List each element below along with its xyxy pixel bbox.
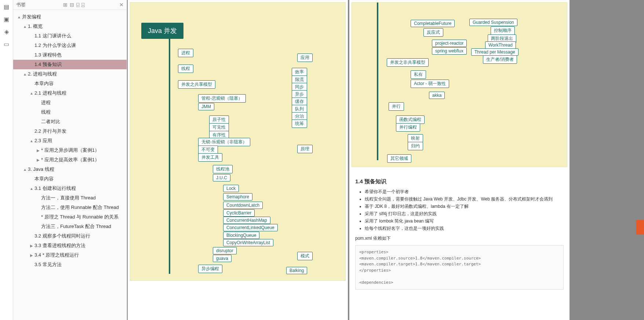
mindmap-node: CompletableFuture <box>411 20 455 27</box>
mindmap-node: 私有 <box>411 70 426 79</box>
mindmap-node: 线程池 <box>213 165 233 173</box>
mindmap-node: Thread per Message <box>471 48 519 56</box>
bullet-item: 基于 JDK 8，最好对函数式编程、lambda 有一定了解 <box>365 203 564 210</box>
tree-label: 并发编程 <box>22 14 41 20</box>
tree-twisty-icon[interactable]: ▲ <box>23 72 27 76</box>
tree-node[interactable]: ▲2.3 应用 <box>13 136 127 146</box>
mindmap-node: 进程 <box>178 49 193 57</box>
tree-node[interactable]: ▲3.1 创建和运行线程 <box>13 184 127 193</box>
mindmap-node: CyclicBarrier <box>223 209 255 217</box>
tree-node[interactable]: ▲1. 概览 <box>13 22 127 31</box>
layer-icon[interactable]: ▭ <box>3 40 10 48</box>
left-iconbar: ▤ ▣ ◈ ▭ <box>0 0 13 320</box>
section-heading: 1.4 预备知识 <box>355 178 564 185</box>
tree-node[interactable]: * 原理之 Thread 与 Runnable 的关系 <box>13 212 127 222</box>
document-content: 1.4 预备知识 希望你不是一个初学者线程安全问题，需要你接触过 Java We… <box>349 169 570 293</box>
tree-twisty-icon[interactable]: ▲ <box>17 15 21 19</box>
tree-node[interactable]: 1.4 预备知识 <box>13 60 127 69</box>
mindmap-node: Balking <box>286 267 307 274</box>
tree-node[interactable]: ▶* 应用之提高效率（案例1） <box>13 155 127 165</box>
mindmap-root: Java 并发 <box>141 23 183 39</box>
tree-node[interactable]: 2.2 并行与并发 <box>13 126 127 136</box>
tree-node[interactable]: 本章内容 <box>13 79 127 88</box>
tree-node[interactable]: ▲2. 进程与线程 <box>13 69 127 79</box>
bookmark-edit-icon[interactable]: ⍓ <box>81 2 84 8</box>
tree-node[interactable]: ▶3.3 查看进程线程的方法 <box>13 241 127 250</box>
mindmap-node: 应用 <box>297 54 313 62</box>
mindmap-stem <box>377 3 378 160</box>
tree-node[interactable]: 二者对比 <box>13 117 127 126</box>
tree-label: * 应用之异步调用（案例1） <box>41 147 99 154</box>
tree-label: 线程 <box>41 109 51 115</box>
expand-icon[interactable]: ⊞ <box>63 2 68 8</box>
mindmap-node: disruptor <box>213 247 237 254</box>
tree-twisty-icon[interactable]: ▲ <box>29 91 34 95</box>
mindmap-node: 反应式 <box>423 28 443 37</box>
tree-label: 本章内容 <box>34 176 54 182</box>
tree-label: 2.2 并行与并发 <box>34 128 66 135</box>
tree-label: 方法二，使用 Runnable 配合 Thread <box>41 204 119 211</box>
close-icon[interactable]: ✕ <box>119 2 124 8</box>
tree-twisty-icon[interactable]: ▶ <box>36 148 40 152</box>
tree-node[interactable]: 方法二，使用 Runnable 配合 Thread <box>13 203 127 212</box>
image-icon[interactable]: ▣ <box>3 15 10 23</box>
mindmap-node: 统筹 <box>292 119 307 128</box>
mindmap-node: WorkThread <box>485 41 516 49</box>
tree-node[interactable]: ▶3.4 * 原理之线程运行 <box>13 250 127 260</box>
mindmap-node: guava <box>213 255 232 262</box>
tree-label: 2.3 应用 <box>34 137 52 144</box>
tree-node[interactable]: 方法三，FutureTask 配合 Thread <box>13 222 127 231</box>
mindmap-node: 管程-悲观锁（阻塞） <box>198 94 246 103</box>
tree-node[interactable]: 方法一，直接使用 Thread <box>13 193 127 203</box>
tree-twisty-icon[interactable]: ▲ <box>23 168 27 172</box>
tree-label: 方法三，FutureTask 配合 Thread <box>41 223 111 230</box>
mindmap-node: 控制顺序 <box>491 26 515 35</box>
tree-node[interactable]: 3.5 常见方法 <box>13 260 127 269</box>
tree-node[interactable]: 线程 <box>13 107 127 117</box>
bookmark-add-icon[interactable]: ⍌ <box>76 2 79 8</box>
tree-label: 本章内容 <box>34 80 54 87</box>
tree-twisty-icon[interactable]: ▶ <box>36 158 40 162</box>
mindmap-right: CompletableFuture反应式project-reactorsprin… <box>352 2 567 167</box>
mindmap-node: Lock <box>223 185 239 192</box>
tree-twisty-icon[interactable]: ▲ <box>29 187 34 191</box>
mindmap-node: 归约 <box>408 142 423 150</box>
page-left: Java 并发 进程线程并发之共享模型管程-悲观锁（阻塞）JMM原子性可见性有序… <box>128 0 348 320</box>
attach-icon[interactable]: ◈ <box>3 28 10 35</box>
tree-node[interactable]: ▶* 应用之异步调用（案例1） <box>13 146 127 155</box>
side-float-button[interactable] <box>636 220 644 235</box>
mindmap-node: 不可变 <box>198 146 218 154</box>
tree-node[interactable]: 1.3 课程特色 <box>13 50 127 60</box>
mindmap-node: Semaphore <box>223 193 252 201</box>
tree-node[interactable]: 3.2 观察多个线程同时运行 <box>13 231 127 241</box>
tree-twisty-icon[interactable]: ▲ <box>23 25 27 29</box>
tree-label: 2. 进程与线程 <box>28 71 57 77</box>
outline-icon[interactable]: ▤ <box>3 3 10 10</box>
document-viewport: Java 并发 进程线程并发之共享模型管程-悲观锁（阻塞）JMM原子性可见性有序… <box>127 0 644 320</box>
tree-twisty-icon[interactable]: ▲ <box>29 139 34 143</box>
mindmap-node: 函数式编程 <box>396 115 425 124</box>
tree-label: 1.4 预备知识 <box>34 61 62 68</box>
code-block: <properties> <maven.compiler.source>1.8<… <box>355 245 564 290</box>
sidebar-header: 书签 ⊞ ⊟ ⍌ ⍓ ✕ <box>13 0 127 10</box>
mindmap-node: CountdownLatch <box>223 202 263 209</box>
tree-node[interactable]: ▲并发编程 <box>13 12 127 22</box>
tree-node[interactable]: 进程 <box>13 98 127 107</box>
mindmap-left: Java 并发 进程线程并发之共享模型管程-悲观锁（阻塞）JMM原子性可见性有序… <box>130 2 346 281</box>
tree-node[interactable]: ▲2.1 进程与线程 <box>13 88 127 98</box>
tree-node[interactable]: 1.2 为什么学这么课 <box>13 41 127 50</box>
mindmap-node: Guarded Suspension <box>469 19 517 26</box>
bullet-item: 采用了 slf4j 打印日志，这是好的实践 <box>365 211 564 217</box>
mindmap-node: 原理 <box>297 145 313 153</box>
tree-twisty-icon[interactable]: ▶ <box>29 244 34 248</box>
tree-node[interactable]: ▲3. Java 线程 <box>13 165 127 174</box>
collapse-icon[interactable]: ⊟ <box>70 2 74 8</box>
bookmark-tree: ▲并发编程▲1. 概览1.1 这门课讲什么1.2 为什么学这么课1.3 课程特色… <box>13 10 127 320</box>
mindmap-node: akka <box>429 92 445 99</box>
tree-twisty-icon[interactable]: ▶ <box>29 253 34 257</box>
mindmap-node: 可见性 <box>209 123 229 132</box>
tree-node[interactable]: 本章内容 <box>13 174 127 184</box>
tree-node[interactable]: 1.1 这门课讲什么 <box>13 31 127 41</box>
bullet-list: 希望你不是一个初学者线程安全问题，需要你接触过 Java Web 开发、Jdbc… <box>355 189 564 232</box>
page-right: CompletableFuture反应式project-reactorsprin… <box>349 0 570 320</box>
